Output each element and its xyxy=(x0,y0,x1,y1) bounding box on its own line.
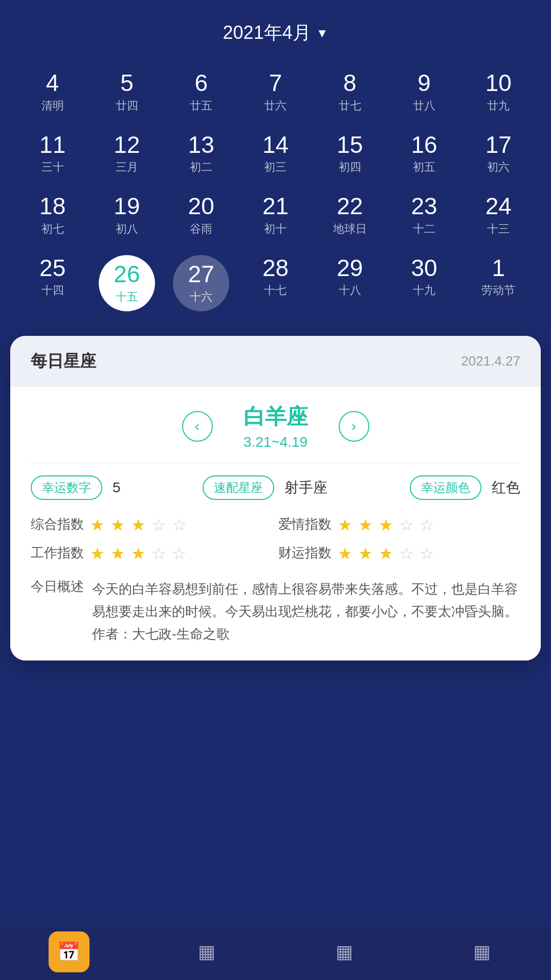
calendar-day[interactable]: 8廿七 xyxy=(313,61,387,123)
calendar-day[interactable]: 4清明 xyxy=(15,61,90,123)
lucky-number-value: 5 xyxy=(113,480,121,496)
calendar-day[interactable]: 28十七 xyxy=(238,246,313,321)
day-lunar: 廿八 xyxy=(413,98,435,113)
day-lunar: 十三 xyxy=(487,221,510,237)
lucky-row: 幸运数字 5 速配星座 射手座 幸运颜色 红色 xyxy=(31,475,520,500)
filled-star-icon: ★ xyxy=(338,515,356,534)
day-number: 19 xyxy=(114,193,140,219)
calendar-day[interactable]: 30十九 xyxy=(387,246,461,321)
calendar-day[interactable]: 18初七 xyxy=(15,184,90,246)
horoscope-card-container: 每日星座 2021.4.27 ‹ 白羊座 3.21~4.19 › 幸运数字 5 xyxy=(0,336,551,681)
dropdown-arrow-icon[interactable]: ▼ xyxy=(316,26,328,40)
divider xyxy=(31,463,520,463)
calendar-day[interactable]: 6廿五 xyxy=(164,61,238,123)
calendar-day[interactable]: 17初六 xyxy=(461,123,536,185)
day-lunar: 清明 xyxy=(41,98,64,113)
calendar-day[interactable]: 1劳动节 xyxy=(461,246,536,321)
rating-item: 财运指数★★★☆☆ xyxy=(278,544,521,562)
rating-item: 爱情指数★★★☆☆ xyxy=(278,515,521,534)
next-icon: › xyxy=(351,418,356,435)
lucky-color-badge: 幸运颜色 xyxy=(410,475,481,500)
day-lunar: 廿七 xyxy=(339,98,361,113)
nav-item-2[interactable]: ▦ xyxy=(324,931,365,972)
calendar-day[interactable]: 16初五 xyxy=(387,123,461,185)
calendar-day[interactable]: 25十四 xyxy=(15,246,90,321)
day-number: 14 xyxy=(262,132,289,158)
day-number: 4 xyxy=(46,70,59,96)
day-number: 23 xyxy=(411,193,437,219)
filled-star-icon: ★ xyxy=(90,515,108,534)
empty-star-icon: ☆ xyxy=(420,544,438,562)
day-number: 5 xyxy=(120,70,134,96)
day-lunar: 初七 xyxy=(41,221,64,237)
calendar-day[interactable]: 14初三 xyxy=(238,123,313,185)
calendar-day[interactable]: 23十二 xyxy=(387,184,461,246)
lucky-match-value: 射手座 xyxy=(284,478,327,497)
calendar-day[interactable]: 12三月 xyxy=(90,123,164,185)
rating-label: 工作指数 xyxy=(31,544,84,562)
filled-star-icon: ★ xyxy=(379,544,397,562)
day-lunar: 三十 xyxy=(41,159,64,175)
card-date: 2021.4.27 xyxy=(461,353,520,369)
calendar-day[interactable]: 15初四 xyxy=(313,123,387,185)
summary-section: 今日概述 今天的白羊容易想到前任，感情上很容易带来失落感。不过，也是白羊容易想要… xyxy=(31,578,520,646)
prev-zodiac-button[interactable]: ‹ xyxy=(182,411,213,442)
day-lunar: 三月 xyxy=(116,159,138,175)
calendar-day[interactable]: 10廿九 xyxy=(461,61,536,123)
day-lunar: 廿五 xyxy=(190,98,212,113)
calendar-day[interactable]: 22地球日 xyxy=(313,184,387,246)
calendar-day[interactable]: 24十三 xyxy=(461,184,536,246)
day-number: 8 xyxy=(343,70,357,96)
nav-item-1[interactable]: ▦ xyxy=(186,931,227,972)
empty-star-icon: ☆ xyxy=(172,544,190,562)
nav-item-0[interactable]: 📅 xyxy=(49,931,90,972)
day-lunar: 十九 xyxy=(413,283,435,298)
stars: ★★★☆☆ xyxy=(338,515,438,534)
stars: ★★★☆☆ xyxy=(90,544,190,562)
day-lunar: 谷雨 xyxy=(190,221,212,237)
day-number: 20 xyxy=(188,193,214,219)
ratings-grid: 综合指数★★★☆☆爱情指数★★★☆☆工作指数★★★☆☆财运指数★★★☆☆ xyxy=(31,515,520,562)
rating-item: 综合指数★★★☆☆ xyxy=(31,515,273,534)
summary-text: 今天的白羊容易想到前任，感情上很容易带来失落感。不过，也是白羊容易想要走出来的时… xyxy=(92,578,520,646)
filled-star-icon: ★ xyxy=(131,544,149,562)
calendar-day[interactable]: 5廿四 xyxy=(90,61,164,123)
day-lunar: 廿九 xyxy=(487,98,510,113)
calendar-day[interactable]: 26十五 xyxy=(90,246,164,321)
calendar-day[interactable]: 29十八 xyxy=(313,246,387,321)
empty-star-icon: ☆ xyxy=(420,515,438,534)
day-lunar: 十八 xyxy=(339,283,361,298)
filled-star-icon: ★ xyxy=(111,515,129,534)
filled-star-icon: ★ xyxy=(90,544,108,562)
empty-star-icon: ☆ xyxy=(151,544,170,562)
empty-star-icon: ☆ xyxy=(151,515,170,534)
calendar-day[interactable]: 19初八 xyxy=(90,184,164,246)
nav-item-3[interactable]: ▦ xyxy=(461,931,502,972)
day-number: 10 xyxy=(486,70,512,96)
next-zodiac-button[interactable]: › xyxy=(339,411,369,442)
day-number: 30 xyxy=(411,255,437,281)
day-number: 7 xyxy=(269,70,282,96)
card-body: ‹ 白羊座 3.21~4.19 › 幸运数字 5 速配星座 射手座 幸运颜色 xyxy=(10,387,541,661)
bottom-nav: 📅▦▦▦ xyxy=(0,924,551,980)
calendar-day[interactable]: 20谷雨 xyxy=(164,184,238,246)
month-label: 2021年4月 xyxy=(223,20,311,45)
month-title[interactable]: 2021年4月 ▼ xyxy=(223,20,328,45)
day-number: 22 xyxy=(337,193,363,219)
calendar-day[interactable]: 13初二 xyxy=(164,123,238,185)
calendar-day[interactable]: 11三十 xyxy=(15,123,90,185)
calendar-day[interactable]: 7廿六 xyxy=(238,61,313,123)
nav-icon-3: ▦ xyxy=(473,941,491,963)
zodiac-range: 3.21~4.19 xyxy=(244,434,308,450)
calendar-day[interactable]: 9廿八 xyxy=(387,61,461,123)
day-number: 16 xyxy=(411,132,437,158)
day-lunar: 廿六 xyxy=(264,98,286,113)
day-number: 28 xyxy=(262,255,289,281)
day-number: 1 xyxy=(492,255,505,281)
filled-star-icon: ★ xyxy=(379,515,397,534)
calendar-day[interactable]: 21初十 xyxy=(238,184,313,246)
calendar-day[interactable]: 27十六 xyxy=(164,246,238,321)
day-lunar: 十四 xyxy=(41,283,64,298)
day-number: 12 xyxy=(114,132,140,158)
empty-star-icon: ☆ xyxy=(399,544,417,562)
